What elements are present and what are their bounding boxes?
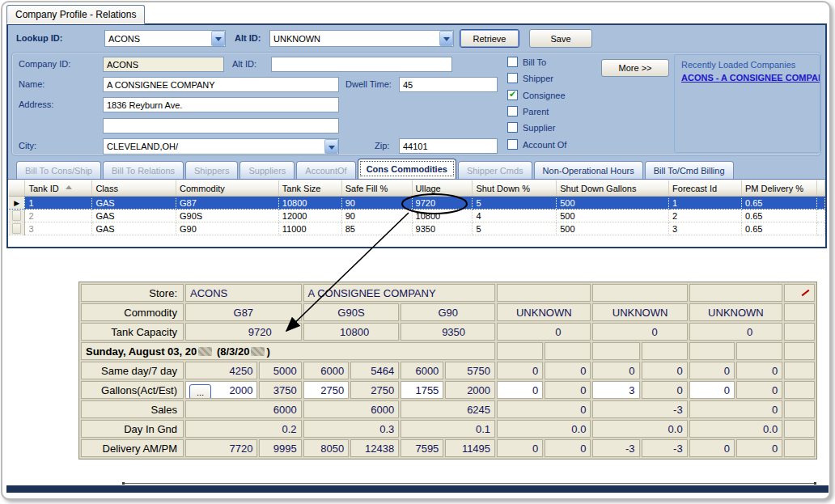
lookup-id-combo[interactable]	[104, 30, 226, 47]
company-id-field[interactable]	[103, 57, 224, 72]
value-cell: 5750	[445, 362, 495, 379]
alt-id-field[interactable]	[271, 57, 452, 72]
tab-accountof[interactable]: AccountOf	[296, 161, 355, 179]
cell-tank-id[interactable]: 2	[25, 210, 92, 222]
row-handle-icon	[12, 210, 21, 221]
cell-shut-down-gallons[interactable]: 500	[557, 197, 669, 210]
col-tank-id[interactable]: Tank ID	[25, 180, 92, 197]
table-row[interactable]: 2 GAS G90S 12000 90 10800 4 500 2 0.65	[9, 210, 825, 222]
cell-ullage[interactable]: 10800	[412, 210, 473, 222]
lookup-id-input[interactable]	[104, 30, 226, 47]
cell-pm-delivery[interactable]: 0.65	[741, 197, 816, 210]
cell-safe-fill[interactable]: 90	[341, 210, 412, 222]
document-tab[interactable]: Company Profile - Relations	[6, 5, 145, 24]
checkbox-icon[interactable]	[507, 57, 518, 67]
name-field[interactable]	[103, 77, 339, 92]
col-shut-down-pct[interactable]: Shut Down %	[473, 180, 557, 197]
table-row[interactable]: 1 GAS G87 10800 90 9720 5 500 1 0.65	[9, 197, 825, 210]
zip-field[interactable]	[399, 138, 498, 154]
delivery-row: Delivery AM/PM 7720 9995 8050 12438 7595…	[81, 439, 815, 457]
alt-id-combo[interactable]	[269, 30, 454, 47]
cell-commodity[interactable]: G87	[176, 197, 279, 210]
cell-forecast-id[interactable]: 2	[669, 210, 742, 222]
sort-ascending-icon	[66, 185, 72, 189]
cell-class[interactable]: GAS	[92, 197, 176, 210]
tab-suppliers[interactable]: Suppliers	[239, 161, 295, 179]
cell-class[interactable]: GAS	[92, 222, 176, 235]
cell-tank-id[interactable]: 3	[25, 222, 92, 235]
recently-loaded-title: Recently Loaded Companies	[681, 60, 795, 70]
dwell-time-field[interactable]	[399, 77, 498, 92]
checkbox-parent[interactable]: Parent	[507, 106, 549, 116]
tab-bill-to-relations[interactable]: Bill To Relations	[103, 161, 184, 179]
checkbox-shipper[interactable]: Shipper	[507, 73, 553, 83]
col-class[interactable]: Class	[92, 180, 176, 197]
city-input[interactable]	[103, 138, 339, 155]
grid-filler-header	[816, 180, 824, 197]
checkbox-icon[interactable]	[507, 90, 518, 100]
checkbox-icon[interactable]	[507, 122, 518, 133]
value-cell: 0	[736, 381, 782, 399]
city-combo[interactable]	[103, 138, 339, 155]
cell-forecast-id[interactable]: 3	[669, 222, 742, 235]
chevron-down-icon[interactable]	[439, 31, 453, 46]
tank-capacity-row: Tank Capacity 9720 10800 9350 0 0 0	[81, 323, 815, 341]
cell-tank-size[interactable]: 12000	[278, 210, 341, 222]
col-pm-delivery[interactable]: PM Delivery %	[741, 180, 816, 197]
col-safe-fill[interactable]: Safe Fill %	[341, 180, 412, 197]
cell-tank-id[interactable]: 1	[25, 197, 92, 210]
capacity-cell: 9350	[401, 323, 495, 341]
recently-loaded-link[interactable]: ACONS - A CONSIGNEE COMPANY	[681, 73, 820, 83]
cell-safe-fill[interactable]: 90	[341, 197, 412, 210]
checkbox-bill-to[interactable]: Bill To	[507, 57, 546, 67]
cell-safe-fill[interactable]: 85	[341, 222, 412, 235]
cell-shut-down-pct[interactable]: 5	[473, 197, 557, 210]
checkbox-icon[interactable]	[507, 139, 518, 150]
cell-class[interactable]: GAS	[92, 210, 176, 222]
tab-shipper-cmds[interactable]: Shipper Cmds	[458, 161, 532, 179]
address-field[interactable]	[103, 97, 339, 112]
cell-shut-down-pct[interactable]: 5	[473, 222, 557, 235]
cell-commodity[interactable]: G90	[176, 222, 279, 235]
retrieve-button[interactable]: Retrieve	[460, 29, 519, 48]
col-tank-size[interactable]: Tank Size	[278, 180, 341, 197]
checkbox-icon[interactable]	[507, 106, 518, 116]
ellipsis-button[interactable]: ...	[189, 384, 211, 399]
tab-cons-commodities[interactable]: Cons Commodities	[358, 159, 456, 179]
col-ullage[interactable]: Ullage	[412, 180, 473, 197]
col-commodity[interactable]: Commodity	[176, 180, 279, 197]
clipped-cell	[784, 284, 815, 302]
col-forecast-id[interactable]: Forecast Id	[669, 180, 742, 197]
alt-id-top-input[interactable]	[269, 30, 454, 47]
cell-ullage[interactable]: 9720	[412, 197, 473, 210]
more-button[interactable]: More >>	[601, 59, 669, 77]
cell-shut-down-gallons[interactable]: 500	[557, 222, 669, 235]
tab-shippers[interactable]: Shippers	[185, 161, 238, 179]
cell-shut-down-pct[interactable]: 4	[473, 210, 557, 222]
col-shut-down-gallons[interactable]: Shut Down Gallons	[557, 180, 669, 197]
value-cell: 9995	[259, 439, 301, 457]
chevron-down-icon[interactable]	[211, 31, 225, 46]
value-cell: 12438	[350, 439, 399, 457]
cell-tank-size[interactable]: 10800	[278, 197, 341, 210]
cell-commodity[interactable]: G90S	[176, 210, 279, 222]
tab-bill-to-cmd-billing[interactable]: Bill To/Cmd Billing	[645, 161, 734, 179]
tab-non-operational-hours[interactable]: Non-Operational Hours	[534, 161, 643, 179]
cell-ullage[interactable]: 9350	[412, 222, 473, 235]
address2-field[interactable]	[103, 118, 339, 133]
commodities-grid: Tank ID Class Commodity Tank Size Safe F…	[8, 179, 825, 247]
checkbox-consignee[interactable]: Consignee	[507, 90, 566, 100]
checkbox-account-of[interactable]: Account Of	[507, 139, 566, 150]
checkbox-icon[interactable]	[507, 73, 518, 83]
save-button[interactable]: Save	[529, 29, 592, 48]
checkbox-supplier[interactable]: Supplier	[507, 122, 555, 133]
cell-pm-delivery[interactable]: 0.65	[741, 222, 816, 235]
table-row[interactable]: 3 GAS G90 11000 85 9350 5 500 3 0.65	[9, 222, 825, 235]
chevron-down-icon[interactable]	[324, 139, 338, 154]
company-details-group: Company ID: Alt ID: Name: Dwell Time: Ad…	[11, 52, 821, 156]
cell-shut-down-gallons[interactable]: 500	[557, 210, 669, 222]
tab-bill-to-cons-ship[interactable]: Bill To Cons/Ship	[16, 161, 101, 179]
cell-tank-size[interactable]: 11000	[278, 222, 341, 235]
cell-forecast-id[interactable]: 1	[669, 197, 742, 210]
cell-pm-delivery[interactable]: 0.65	[741, 210, 816, 222]
